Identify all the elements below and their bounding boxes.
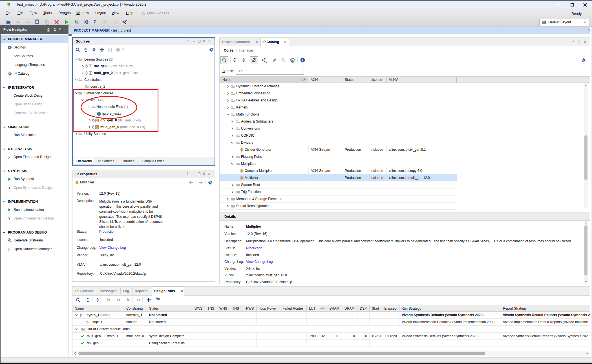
svg-text:10: 10 [77,22,79,24]
svg-text:?: ? [109,49,111,52]
svg-text:01: 01 [10,239,12,240]
svg-text:01: 01 [77,20,79,22]
svg-text:i: i [302,59,303,62]
svg-text:10: 10 [10,240,12,242]
